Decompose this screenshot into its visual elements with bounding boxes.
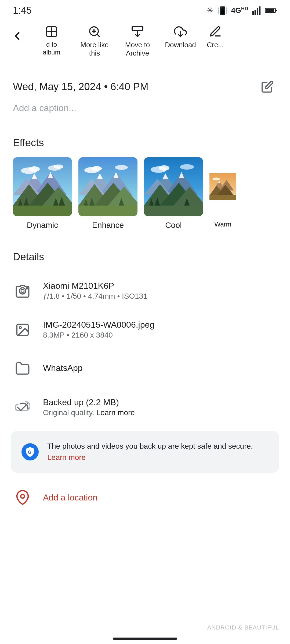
create-button[interactable]: Cre... xyxy=(202,23,229,60)
download-label: Download xyxy=(165,41,196,49)
backup-detail-row: Backed up (2.2 MB) Original quality. Lea… xyxy=(0,388,290,427)
svg-rect-2 xyxy=(257,8,258,15)
move-to-archive-button[interactable]: Move toArchive xyxy=(116,23,159,60)
download-button[interactable]: Download xyxy=(159,23,202,60)
add-location-label[interactable]: Add a location xyxy=(43,493,97,503)
effect-warm[interactable]: Warm xyxy=(209,157,236,230)
more-like-this-icon xyxy=(88,25,101,38)
svg-point-77 xyxy=(26,288,28,289)
svg-rect-15 xyxy=(132,26,143,31)
caption-section[interactable]: Add a caption... xyxy=(0,101,290,126)
network-label: 4GHD xyxy=(231,6,248,15)
action-bar: d toalbum More likethis Move toArchive xyxy=(0,19,290,64)
folder-detail-content: WhatsApp xyxy=(43,363,277,374)
watermark: ANDROID & BEAUTIFUL xyxy=(207,624,279,631)
svg-rect-50 xyxy=(78,206,137,216)
download-icon xyxy=(174,25,187,38)
action-items-container: d toalbum More likethis Move toArchive xyxy=(30,23,290,60)
folder-detail-row: WhatsApp xyxy=(0,349,290,388)
date-section: Wed, May 15, 2024 • 6:40 PM xyxy=(0,64,290,101)
svg-point-75 xyxy=(19,288,26,294)
status-bar: 1:45 ✳ 📳 4GHD xyxy=(0,0,290,19)
folder-icon xyxy=(15,361,30,376)
svg-point-19 xyxy=(29,166,40,172)
effects-title: Effects xyxy=(0,137,290,157)
add-to-album-label: d toalbum xyxy=(43,41,60,56)
fan-icon: ✳ xyxy=(206,5,214,16)
svg-point-76 xyxy=(21,289,24,292)
svg-point-81 xyxy=(21,495,24,498)
svg-line-11 xyxy=(97,34,99,36)
divider-effects xyxy=(0,126,290,126)
svg-rect-1 xyxy=(255,10,256,15)
security-text: The photos and videos you back up are ke… xyxy=(47,441,269,463)
add-to-album-icon xyxy=(45,25,58,38)
details-title: Details xyxy=(0,251,290,271)
effect-enhance[interactable]: Enhance xyxy=(78,157,137,230)
more-like-this-button[interactable]: More likethis xyxy=(73,23,116,60)
status-icons: ✳ 📳 4GHD xyxy=(206,5,277,16)
security-learn-more-link[interactable]: Learn more xyxy=(47,453,86,462)
edit-caption-button[interactable] xyxy=(258,77,277,96)
folder-icon-container xyxy=(13,359,32,378)
backup-learn-more-link[interactable]: Learn more xyxy=(96,408,135,417)
svg-rect-66 xyxy=(144,206,203,216)
details-section: Details Xiaomi M2101K6P ƒ/1.8 • 1/50 • 4… xyxy=(0,240,290,529)
file-icon-container xyxy=(13,320,32,339)
back-button[interactable] xyxy=(4,23,30,49)
more-like-this-label: More likethis xyxy=(80,41,108,57)
shield-g-icon: G xyxy=(25,447,35,457)
google-security-icon: G xyxy=(21,443,39,460)
svg-rect-0 xyxy=(252,11,254,15)
effects-section: Effects xyxy=(0,137,290,240)
effect-enhance-thumbnail xyxy=(78,157,137,216)
create-label: Cre... xyxy=(207,41,224,49)
camera-detail-row: Xiaomi M2101K6P ƒ/1.8 • 1/50 • 4.74mm • … xyxy=(0,271,290,310)
svg-point-68 xyxy=(212,178,220,181)
backup-detail-content: Backed up (2.2 MB) Original quality. Lea… xyxy=(43,397,277,417)
move-to-archive-label: Move toArchive xyxy=(125,41,150,57)
battery-icon xyxy=(265,6,277,15)
edit-icon xyxy=(261,80,274,93)
svg-rect-74 xyxy=(209,195,236,200)
svg-text:G: G xyxy=(28,450,31,455)
camera-icon xyxy=(15,283,30,298)
location-icon-container xyxy=(13,488,32,507)
svg-point-79 xyxy=(19,327,21,328)
vibrate-icon: 📳 xyxy=(218,6,227,15)
move-to-archive-icon xyxy=(131,25,144,38)
add-location-row[interactable]: Add a location xyxy=(0,477,290,518)
svg-point-21 xyxy=(54,164,63,169)
security-banner: G The photos and videos you back up are … xyxy=(11,431,279,473)
bottom-nav-indicator xyxy=(0,631,290,644)
add-to-album-button[interactable]: d toalbum xyxy=(30,23,73,60)
camera-settings: ƒ/1.8 • 1/50 • 4.74mm • ISO131 xyxy=(43,292,277,301)
svg-rect-5 xyxy=(266,9,274,12)
effect-cool-label: Cool xyxy=(165,221,182,230)
camera-icon-container xyxy=(13,281,32,301)
file-detail-content: IMG-20240515-WA0006.jpeg 8.3MP • 2160 x … xyxy=(43,320,277,339)
folder-name: WhatsApp xyxy=(43,363,277,373)
file-image-icon xyxy=(15,322,30,337)
svg-point-38 xyxy=(115,165,128,170)
file-name: IMG-20240515-WA0006.jpeg xyxy=(43,320,277,330)
create-icon xyxy=(209,25,222,38)
photo-date: Wed, May 15, 2024 • 6:40 PM xyxy=(13,81,148,93)
file-detail-row: IMG-20240515-WA0006.jpeg 8.3MP • 2160 x … xyxy=(0,310,290,349)
effect-enhance-label: Enhance xyxy=(92,221,124,230)
svg-point-37 xyxy=(92,166,102,171)
effect-cool[interactable]: Cool xyxy=(144,157,203,230)
cloud-done-icon xyxy=(15,400,30,415)
file-info: 8.3MP • 2160 x 3840 xyxy=(43,331,277,339)
caption-placeholder[interactable]: Add a caption... xyxy=(13,103,76,113)
backup-quality: Original quality. Learn more xyxy=(43,408,277,417)
backup-status: Backed up (2.2 MB) xyxy=(43,397,277,407)
effect-cool-thumbnail xyxy=(144,157,203,216)
bottom-bar xyxy=(113,638,177,640)
effect-dynamic[interactable]: Dynamic xyxy=(13,157,72,230)
status-time: 1:45 xyxy=(13,5,32,16)
effect-warm-label: Warm xyxy=(214,221,231,228)
effect-warm-thumbnail xyxy=(209,157,236,216)
signal-icon xyxy=(252,6,262,15)
svg-rect-3 xyxy=(259,6,260,15)
